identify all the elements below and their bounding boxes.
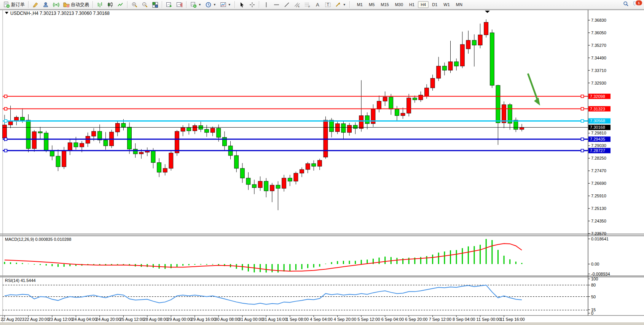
line-handle[interactable] — [5, 138, 7, 141]
price-tick-label: 7.36050 — [591, 30, 606, 35]
line-handle[interactable] — [581, 149, 584, 152]
vline-icon — [263, 2, 269, 8]
line-handle[interactable] — [5, 95, 7, 98]
trendline-button[interactable] — [282, 1, 292, 8]
time-label: 7 Sep 12:00 — [429, 317, 451, 322]
line-handle[interactable] — [5, 149, 7, 152]
new-chart-icon — [190, 2, 197, 8]
templates-button[interactable]: ▼ — [218, 1, 233, 8]
candle — [389, 97, 393, 109]
price-tick-label: 7.24350 — [591, 219, 606, 223]
crayon-icon — [32, 2, 39, 8]
price-tick-label: 7.27470 — [591, 168, 606, 173]
toolbar-separator — [234, 1, 235, 8]
chevron-down-icon: ▼ — [343, 3, 346, 6]
chart-area[interactable]: 7.368307.360507.352707.344907.337107.329… — [0, 10, 644, 325]
arrow-objects-button[interactable]: ▼ — [333, 1, 348, 8]
text-button[interactable]: A — [313, 1, 322, 8]
bar-chart-mode-button[interactable] — [95, 1, 105, 8]
panel-splitter[interactable] — [0, 234, 644, 236]
candle — [258, 181, 262, 188]
timeframe-w1[interactable]: W1 — [441, 1, 453, 8]
new-order-button[interactable]: 新订单 — [2, 1, 26, 8]
timeframe-m30[interactable]: M30 — [392, 1, 406, 8]
line-handle[interactable] — [581, 120, 584, 122]
candle-mode-button[interactable] — [105, 1, 115, 8]
candle — [401, 113, 405, 115]
toolbar-separator — [186, 1, 187, 8]
time-label: 31 Aug 16:00 — [262, 317, 287, 322]
auto-trading-button[interactable]: 自动交易 — [62, 1, 91, 8]
time-label: 22 Aug 20:00 — [24, 317, 49, 322]
candle — [252, 184, 257, 187]
profile-button[interactable] — [41, 1, 51, 8]
rsi-label: RSI(14) 41.5444 — [5, 278, 36, 283]
line-handle[interactable] — [581, 138, 584, 141]
price-tick-label: 7.29030 — [591, 143, 606, 148]
candle — [169, 153, 173, 168]
timeframe-m1[interactable]: M1 — [354, 1, 365, 8]
line-handle[interactable] — [581, 107, 584, 110]
chart-title: USDCNH-,H4 7.30213 7.30213 7.30060 7.301… — [10, 11, 110, 16]
candle — [20, 117, 24, 120]
candle — [359, 115, 363, 128]
time-label: 24 Aug 20:00 — [96, 317, 121, 322]
candle — [44, 133, 48, 150]
timeframe-h4[interactable]: H4 — [418, 1, 429, 8]
channel-button[interactable]: E — [292, 1, 302, 8]
fibonacci-button[interactable]: F — [303, 1, 312, 8]
search-icon[interactable] — [623, 1, 630, 8]
timeframe-mn[interactable]: MN — [453, 1, 465, 8]
candle — [353, 125, 357, 128]
price-tick-label: 7.35270 — [591, 43, 606, 48]
horizontal-line-button[interactable] — [272, 1, 281, 8]
auto-scroll-button[interactable] — [164, 1, 174, 8]
channel-icon: E — [294, 2, 300, 8]
notifications-button[interactable]: 1 — [633, 0, 642, 9]
candle — [466, 40, 470, 49]
radar-button[interactable] — [51, 1, 61, 8]
price-chart-canvas[interactable]: 7.368307.360507.352707.344907.337107.329… — [0, 10, 644, 325]
candle — [306, 163, 310, 170]
timeframe-m5[interactable]: M5 — [366, 1, 377, 8]
line-mode-button[interactable] — [116, 1, 125, 8]
timeframe-d1[interactable]: D1 — [429, 1, 440, 8]
zoom-out-button[interactable] — [140, 1, 150, 8]
price-tick-label: 7.28250 — [591, 156, 606, 160]
tile-windows-icon — [152, 2, 158, 8]
candle — [300, 170, 304, 173]
timeframe-h1[interactable]: H1 — [406, 1, 417, 8]
chart-shift-button[interactable] — [175, 1, 184, 8]
time-label: 24 Aug 04:00 — [72, 317, 97, 322]
text-label-button[interactable]: T — [323, 1, 333, 8]
profile-icon — [43, 2, 49, 8]
candle — [437, 66, 441, 78]
line-handle[interactable] — [581, 95, 584, 98]
price-tick-label: 7.36830 — [591, 18, 606, 22]
tile-windows-button[interactable] — [150, 1, 160, 8]
zoom-out-icon — [142, 2, 148, 8]
line-handle[interactable] — [5, 120, 7, 122]
time-label: 4 Sep 04:00 — [310, 317, 332, 322]
toolbar: 新订单自动交易▼▼▼EFAT▼M1M5M15M30H1H4D1W1MN1 — [0, 0, 644, 10]
cursor-icon — [239, 2, 245, 8]
macd-label: MACD(12,26,9) 0.000835 0.010288 — [5, 237, 71, 242]
candle — [294, 173, 298, 181]
timeframe-m15[interactable]: M15 — [378, 1, 391, 8]
time-label: 11 Sep 00:00 — [477, 317, 501, 322]
periods-button[interactable]: ▼ — [204, 1, 218, 8]
crayon-button[interactable] — [31, 1, 40, 8]
candle — [484, 22, 488, 35]
line-handle[interactable] — [5, 107, 7, 110]
zoom-in-icon — [131, 2, 138, 8]
candle — [460, 45, 464, 66]
vertical-line-button[interactable] — [261, 1, 271, 8]
crosshair-button[interactable] — [247, 1, 257, 8]
cursor-button[interactable] — [237, 1, 247, 8]
new-chart-button[interactable]: ▼ — [189, 1, 203, 8]
toolbar-separator — [162, 1, 163, 8]
zoom-in-button[interactable] — [130, 1, 139, 8]
candle — [74, 142, 78, 147]
time-label: 6 Sep 04:00 — [381, 317, 404, 322]
candle — [175, 131, 179, 153]
